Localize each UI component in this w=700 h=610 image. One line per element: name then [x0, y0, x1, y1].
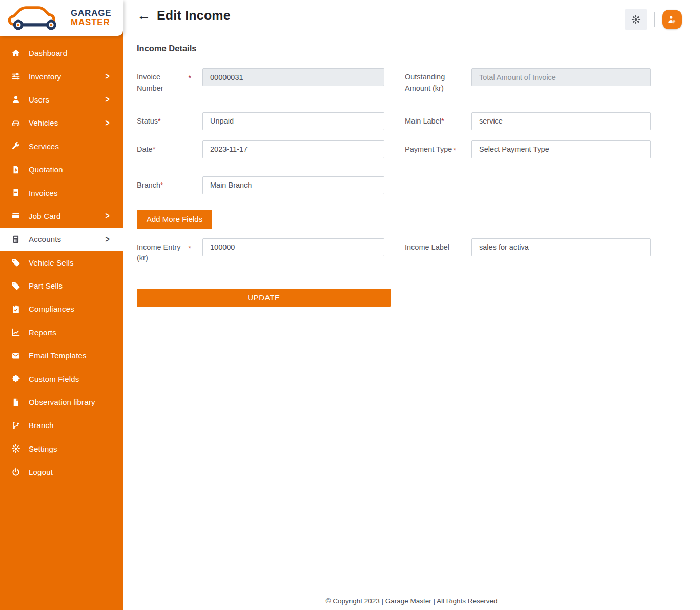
page-title: Edit Income	[157, 8, 231, 23]
sidebar-item-vehicle-sells[interactable]: Vehicle Sells	[0, 251, 123, 274]
divider	[654, 12, 655, 27]
sidebar-item-label: Compliances	[29, 304, 123, 313]
income-label-label: Income Label	[405, 238, 471, 253]
sidebar-item-label: Email Templates	[29, 351, 123, 360]
add-more-fields-button[interactable]: Add More Fields	[137, 210, 212, 229]
sidebar-item-accounts[interactable]: Accounts >	[0, 228, 123, 251]
chart-icon	[10, 328, 22, 337]
sidebar-item-services[interactable]: Services	[0, 135, 123, 158]
sidebar-item-job-card[interactable]: Job Card >	[0, 205, 123, 228]
file-dollar-icon	[10, 165, 22, 174]
topbar: ← Edit Income	[123, 0, 700, 30]
update-button[interactable]: UPDATE	[137, 289, 391, 307]
sidebar-item-observation-library[interactable]: Observation library	[0, 391, 123, 414]
brand-logo[interactable]: GARAGE MASTER	[0, 0, 123, 36]
required-asterisk: *	[441, 117, 444, 125]
user-clock-icon	[666, 15, 677, 24]
income-label-field[interactable]	[471, 238, 651, 256]
gear-icon	[630, 15, 642, 24]
sidebar-item-label: Quotation	[29, 165, 123, 174]
sidebar-item-reports[interactable]: Reports	[0, 321, 123, 344]
brand-name-line2: MASTER	[71, 18, 111, 27]
chevron-right-icon: >	[106, 211, 110, 221]
sidebar-item-settings[interactable]: Settings	[0, 437, 123, 460]
main-content: ← Edit Income Income Details Invoice Num…	[123, 0, 700, 610]
logo-car-wrench-icon	[4, 3, 67, 33]
sidebar-item-label: Reports	[29, 328, 123, 337]
income-entry-label: Income Entry * (kr)	[137, 238, 202, 265]
sidebar-item-label: Vehicle Sells	[29, 258, 123, 267]
sidebar-item-dashboard[interactable]: Dashboard	[0, 42, 123, 65]
mail-icon	[10, 351, 22, 360]
divider	[137, 58, 679, 58]
income-form: Income Details Invoice Number * Outstand…	[123, 44, 700, 307]
sidebar-item-label: Settings	[29, 444, 123, 453]
sidebar-item-label: Invoices	[29, 189, 123, 197]
sidebar-item-email-templates[interactable]: Email Templates	[0, 344, 123, 367]
chevron-right-icon: >	[106, 234, 110, 245]
puzzle-icon	[10, 374, 22, 383]
user-icon	[10, 95, 22, 104]
tag-icon	[10, 258, 22, 267]
gear-icon	[10, 444, 22, 453]
outstanding-amount-label: Outstanding Amount (kr)	[405, 68, 471, 94]
receipt-icon	[10, 188, 22, 197]
branch-icon	[10, 421, 22, 430]
payment-type-label: Payment Type *	[405, 140, 471, 155]
sidebar-item-quotation[interactable]: Quotation	[0, 158, 123, 181]
required-asterisk: *	[189, 243, 191, 254]
settings-button[interactable]	[625, 9, 647, 30]
main-label-field[interactable]	[471, 112, 651, 130]
sidebar-item-label: Job Card	[29, 212, 106, 220]
required-asterisk: *	[153, 145, 156, 153]
sidebar-item-label: Vehicles	[29, 118, 106, 127]
sidebar-item-label: Services	[29, 142, 123, 151]
sidebar-item-label: Part Sells	[29, 281, 123, 290]
sidebar-item-label: Custom Fields	[29, 375, 123, 383]
chevron-right-icon: >	[106, 71, 110, 82]
sidebar-item-compliances[interactable]: Compliances	[0, 297, 123, 320]
wrench-icon	[10, 141, 22, 151]
copyright-text: © Copyright 2023 | Garage Master | All R…	[123, 597, 700, 605]
back-arrow-icon[interactable]: ←	[137, 9, 151, 23]
power-icon	[10, 467, 22, 477]
main-label-label: Main Label*	[405, 112, 471, 127]
brand-name-line1: GARAGE	[71, 9, 111, 18]
required-asterisk: *	[454, 145, 456, 156]
payment-type-select[interactable]	[471, 140, 651, 158]
sliders-icon	[10, 72, 22, 81]
sidebar-item-label: Logout	[29, 467, 123, 476]
sidebar-item-inventory[interactable]: Inventory >	[0, 65, 123, 88]
sidebar-item-branch[interactable]: Branch	[0, 414, 123, 437]
date-field[interactable]	[202, 140, 384, 158]
invoice-number-field	[202, 68, 384, 86]
user-profile-button[interactable]	[662, 10, 682, 29]
car-icon	[10, 118, 22, 128]
sidebar-nav: Dashboard Inventory > Users > Vehicles >…	[0, 36, 123, 483]
required-asterisk: *	[189, 73, 191, 84]
sidebar: GARAGE MASTER Dashboard Inventory > User…	[0, 0, 123, 610]
sidebar-item-users[interactable]: Users >	[0, 88, 123, 111]
sidebar-item-label: Dashboard	[29, 49, 123, 57]
status-field[interactable]	[202, 112, 384, 130]
sidebar-item-custom-fields[interactable]: Custom Fields	[0, 367, 123, 390]
sidebar-item-vehicles[interactable]: Vehicles >	[0, 111, 123, 134]
required-asterisk: *	[160, 181, 163, 189]
sidebar-item-invoices[interactable]: Invoices	[0, 181, 123, 204]
sidebar-item-logout[interactable]: Logout	[0, 460, 123, 483]
tag-icon	[10, 281, 22, 291]
sidebar-item-label: Users	[29, 95, 106, 104]
branch-field[interactable]	[202, 176, 384, 194]
section-title: Income Details	[137, 44, 679, 53]
branch-label: Branch*	[137, 176, 202, 191]
sidebar-item-label: Accounts	[29, 235, 106, 243]
income-entry-field[interactable]	[202, 238, 384, 256]
brand-name: GARAGE MASTER	[71, 9, 111, 27]
file-icon	[10, 398, 22, 407]
status-label: Status*	[137, 112, 202, 127]
chevron-right-icon: >	[106, 118, 110, 128]
required-asterisk: *	[158, 117, 161, 125]
chevron-right-icon: >	[106, 94, 110, 105]
outstanding-amount-field	[471, 68, 651, 86]
sidebar-item-part-sells[interactable]: Part Sells	[0, 274, 123, 297]
